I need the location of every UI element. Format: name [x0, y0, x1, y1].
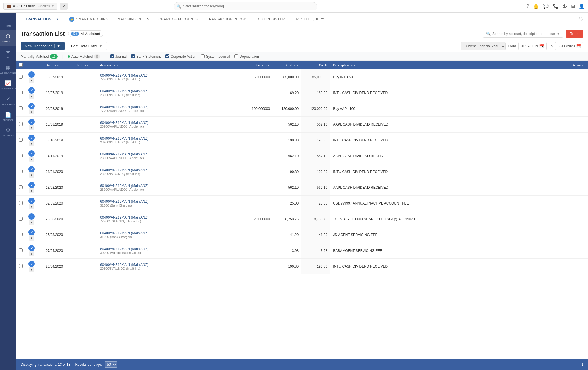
to-date-input[interactable]: 30/06/2020 📅 — [555, 42, 583, 50]
filter-corporate-action[interactable]: Corporate Action — [165, 54, 196, 59]
sidebar-item-accounting[interactable]: ▦ ACCOUNTING — [0, 62, 16, 77]
row-credit: 562.10 — [301, 180, 330, 196]
filter-journal[interactable]: Journal — [110, 54, 127, 59]
match-dropdown-icon[interactable]: ▼ — [29, 267, 34, 272]
row-checkbox[interactable] — [19, 91, 23, 94]
col-debit[interactable]: Debit ▲▼ — [273, 61, 301, 69]
topbar-actions: ? 🔔 💬 📞 ⏻ ⊞ 👤 — [527, 3, 585, 9]
phone-icon[interactable]: 📞 — [553, 3, 558, 9]
col-units[interactable]: Units ▲▼ — [244, 61, 273, 69]
tab-chart-of-accounts[interactable]: Chart of Accounts — [154, 13, 202, 26]
row-checkbox[interactable] — [19, 264, 23, 268]
match-dropdown-icon[interactable]: ▼ — [29, 235, 34, 241]
match-dropdown-icon[interactable]: ▼ — [29, 251, 34, 256]
row-checkbox[interactable] — [19, 154, 23, 157]
sidebar-item-settings[interactable]: ⚙ SETTINGS — [0, 124, 16, 140]
chat-icon[interactable]: 💬 — [543, 3, 549, 9]
row-ref — [74, 117, 97, 133]
col-date[interactable]: Date ▲▼ — [43, 61, 74, 69]
row-checkbox[interactable] — [19, 185, 23, 189]
row-checkbox[interactable] — [19, 248, 23, 252]
help-icon[interactable]: ? — [527, 4, 529, 9]
tab-trustee-query[interactable]: Trustee Query — [289, 13, 329, 26]
system-journal-checkbox[interactable] — [201, 54, 205, 58]
sidebar-item-compliance[interactable]: ✔ COMPLIANCE — [0, 93, 16, 109]
match-dropdown-icon[interactable]: ▼ — [29, 157, 34, 162]
tab-cgt-register[interactable]: CGT Register — [253, 13, 289, 26]
match-icon[interactable]: ✔ — [28, 103, 35, 109]
row-checkbox[interactable] — [19, 106, 23, 110]
match-icon[interactable]: ✔ — [28, 166, 35, 172]
match-dropdown-icon[interactable]: ▼ — [29, 125, 34, 130]
match-icon[interactable]: ✔ — [28, 213, 35, 220]
new-transaction-dropdown-arrow[interactable]: ▼ — [54, 44, 61, 48]
reset-button[interactable]: Reset — [566, 30, 583, 38]
match-dropdown-icon[interactable]: ▼ — [29, 220, 34, 225]
match-icon[interactable]: ✔ — [28, 119, 35, 125]
fast-data-dropdown-arrow[interactable]: ▼ — [99, 44, 102, 48]
match-dropdown-icon[interactable]: ▼ — [29, 94, 34, 99]
tab-transaction-recode[interactable]: Transaction Recode — [202, 13, 253, 26]
select-all-checkbox[interactable] — [19, 63, 23, 67]
sidebar-label-settings: SETTINGS — [2, 134, 14, 137]
filter-bank-statement[interactable]: Bank Statement — [131, 54, 161, 59]
tab-matching-rules[interactable]: Matching Rules — [113, 13, 154, 26]
fast-data-entry-button[interactable]: Fast Data Entry ▼ — [67, 42, 107, 50]
favorite-button[interactable]: ♡ — [579, 16, 583, 22]
ai-toggle[interactable]: Off AI Assistant — [68, 30, 103, 37]
journal-checkbox[interactable] — [110, 54, 114, 58]
new-transaction-button[interactable]: New Transaction ▼ — [21, 42, 65, 50]
corporate-action-checkbox[interactable] — [165, 54, 169, 58]
match-dropdown-icon[interactable]: ▼ — [29, 188, 34, 193]
sidebar-item-trust[interactable]: ★ TRUST — [0, 46, 16, 62]
filter-system-journal[interactable]: System Journal — [201, 54, 230, 59]
row-ref — [74, 211, 97, 227]
match-icon[interactable]: ✔ — [28, 245, 35, 251]
match-dropdown-icon[interactable]: ▼ — [29, 109, 34, 114]
apps-icon[interactable]: ⊞ — [571, 3, 575, 9]
from-date-input[interactable]: 01/07/2019 📅 — [518, 42, 547, 50]
row-checkbox[interactable] — [19, 201, 23, 205]
row-checkbox[interactable] — [19, 233, 23, 236]
row-checkbox[interactable] — [19, 75, 23, 79]
match-icon[interactable]: ✔ — [28, 229, 35, 235]
tab-transaction-list[interactable]: Transaction List — [21, 13, 65, 26]
global-search-input[interactable] — [174, 2, 317, 10]
match-dropdown-icon[interactable]: ▼ — [29, 141, 34, 146]
match-icon[interactable]: ✔ — [28, 71, 35, 78]
match-icon[interactable]: ✔ — [28, 182, 35, 188]
depreciation-checkbox[interactable] — [234, 54, 238, 58]
match-icon[interactable]: ✔ — [28, 87, 35, 94]
row-checkbox[interactable] — [19, 138, 23, 142]
sidebar-item-connect[interactable]: ⬡ CONNECT — [0, 30, 16, 46]
row-checkbox[interactable] — [19, 217, 23, 221]
transaction-search-input[interactable] — [492, 32, 555, 36]
col-account[interactable]: Account ▲▼ — [97, 61, 244, 69]
match-dropdown-icon[interactable]: ▼ — [29, 204, 34, 209]
match-dropdown-icon[interactable]: ▼ — [29, 78, 34, 83]
col-description[interactable]: Description ▲▼ — [330, 61, 568, 69]
bank-statement-checkbox[interactable] — [131, 54, 135, 58]
row-checkbox[interactable] — [19, 122, 23, 126]
user-avatar[interactable]: 👤 — [579, 3, 585, 9]
match-icon[interactable]: ✔ — [28, 198, 35, 204]
sidebar-item-investments[interactable]: 📈 INVESTMENTS — [0, 77, 16, 93]
description-text: Buy AAPL 100 — [333, 107, 355, 111]
match-icon[interactable]: ✔ — [28, 135, 35, 141]
notifications-icon[interactable]: 🔔 — [533, 3, 539, 9]
sidebar-item-home[interactable]: ⌂ HOME — [0, 15, 16, 30]
date-range-select[interactable]: Current Financial Year — [461, 42, 506, 50]
match-dropdown-icon[interactable]: ▼ — [29, 172, 34, 178]
sidebar-item-reports[interactable]: 📄 REPORTS — [0, 109, 16, 124]
row-checkbox[interactable] — [19, 170, 23, 173]
match-icon[interactable]: ✔ — [28, 261, 35, 267]
filter-depreciation[interactable]: Depreciation — [234, 54, 259, 59]
entity-selector[interactable]: 💼 ABC Unit trust FY2020 ▼ — [3, 3, 57, 10]
power-icon[interactable]: ⏻ — [562, 4, 567, 9]
filter-icon[interactable]: ▼ — [556, 32, 560, 36]
results-per-page-select[interactable]: 50 — [105, 361, 117, 368]
match-icon[interactable]: ✔ — [28, 150, 35, 157]
tab-smart-matching[interactable]: ⚡ Smart Matching — [65, 13, 113, 26]
close-entity-button[interactable]: ✕ — [60, 3, 68, 10]
col-ref[interactable]: Ref ▲▼ — [74, 61, 97, 69]
